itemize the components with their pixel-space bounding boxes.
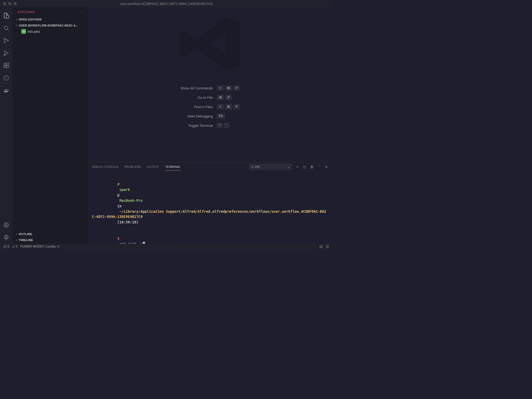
keycap: F5 <box>217 114 225 119</box>
search-activity-icon[interactable] <box>0 22 12 34</box>
term-path: ~/Library/Application Support/Alfred/Alf… <box>92 209 326 219</box>
svg-point-14 <box>5 237 7 238</box>
terminal-selector[interactable]: 1: zsh ⌄ <box>249 164 292 170</box>
term-at: @ <box>117 193 119 197</box>
outline-label: OUTLINE <box>19 232 32 236</box>
keycap: P <box>225 95 232 100</box>
svg-rect-0 <box>6 15 9 18</box>
power-mode-label: POWER MODE!!! Combo: 3 <box>20 245 59 248</box>
status-feedback-icon[interactable] <box>318 245 324 248</box>
run-debug-activity-icon[interactable] <box>0 47 12 59</box>
file-row-info-plist[interactable]: </> info.plist <box>12 28 88 35</box>
keycap: ⌘ <box>225 104 232 109</box>
error-count: 0 <box>8 245 9 248</box>
maximize-window-button[interactable] <box>14 2 17 5</box>
settings-gear-icon[interactable] <box>0 231 12 244</box>
timeline-label: TIMELINE <box>19 238 33 242</box>
welcome-editor: Show All Commands⇧⌘PGo to File⌘PFind in … <box>88 7 332 162</box>
svg-rect-8 <box>4 66 6 68</box>
status-bell-icon[interactable] <box>324 245 330 248</box>
status-bar: ⓧ 0 ⚠ 0 POWER MODE!!! Combo: 3 <box>0 244 332 249</box>
workspace-label: USER.WORKFLOW.4CDBF8AC-B62C-4... <box>19 24 78 27</box>
outline-section[interactable]: › OUTLINE <box>12 231 88 237</box>
explorer-activity-icon[interactable] <box>0 9 12 22</box>
split-terminal-icon[interactable]: ◫ <box>302 165 307 169</box>
keycap: ^ <box>217 123 223 128</box>
status-errors[interactable]: ⓧ 0 <box>2 244 11 249</box>
titlebar: user.workflow.4CDBF8AC-B62C-4EF2-899A-13… <box>0 0 332 7</box>
keycap: ⌘ <box>225 85 232 91</box>
svg-rect-9 <box>6 66 9 68</box>
svg-point-1 <box>4 26 8 30</box>
sidebar-more-icon[interactable]: ··· <box>79 10 84 14</box>
term-prompt: $ <box>117 236 119 241</box>
shortcut-label: Find in Files <box>181 105 213 109</box>
sidebar-title: EXPLORER <box>18 10 35 14</box>
svg-line-2 <box>7 29 9 30</box>
workspace-section[interactable]: › USER.WORKFLOW.4CDBF8AC-B62C-4... <box>12 22 88 28</box>
shortcut-keys: ^` <box>217 123 240 128</box>
open-editors-section[interactable]: › OPEN EDITORS <box>12 16 88 22</box>
keycap: ⇧ <box>217 85 224 91</box>
shortcut-keys: ⌘P <box>217 95 240 100</box>
bottom-panel: DEBUG CONSOLE PROBLEMS OUTPUT TERMINAL 1… <box>88 162 332 244</box>
status-power-mode[interactable]: POWER MODE!!! Combo: 3 <box>19 245 60 248</box>
file-name: info.plist <box>28 30 40 34</box>
error-icon: ⓧ <box>3 244 6 249</box>
docker-activity-icon[interactable] <box>0 84 12 97</box>
source-control-activity-icon[interactable] <box>0 34 12 47</box>
terminal-body[interactable]: # spark @ MacBook-Pro in ~/Library/Appli… <box>88 171 332 244</box>
shortcut-keys: ⇧⌘F <box>217 104 240 109</box>
extensions-activity-icon[interactable] <box>0 59 12 72</box>
chevron-down-icon: ⌄ <box>287 165 290 169</box>
panel-tab-debug-console[interactable]: DEBUG CONSOLE <box>92 163 118 170</box>
keycap: ⌘ <box>217 95 224 100</box>
svg-rect-10 <box>7 63 9 65</box>
shortcut-keys: F5 <box>217 114 240 119</box>
terminal-cursor <box>143 242 145 244</box>
term-user: spark <box>117 188 132 192</box>
svg-point-3 <box>4 38 5 40</box>
status-warnings[interactable]: ⚠ 0 <box>11 245 19 248</box>
chevron-right-icon: › <box>15 17 19 21</box>
svg-point-16 <box>321 246 321 246</box>
panel-tab-terminal[interactable]: TERMINAL <box>165 163 181 171</box>
kill-terminal-icon[interactable]: 🗑 <box>310 165 314 169</box>
new-terminal-icon[interactable]: ＋ <box>295 164 299 169</box>
vscode-logo-icon <box>176 10 244 78</box>
keycap: F <box>234 104 240 109</box>
shortcut-label: Start Debugging <box>181 114 213 118</box>
svg-point-13 <box>5 224 7 225</box>
term-hash: # <box>117 182 119 186</box>
chevron-right-icon: › <box>15 232 19 236</box>
minimize-window-button[interactable] <box>8 2 11 5</box>
shortcut-label: Go to File <box>181 96 213 99</box>
timeline-activity-icon[interactable] <box>0 72 12 84</box>
window-title: user.workflow.4CDBF8AC-B62C-4EF2-899A-13… <box>120 2 212 6</box>
svg-point-15 <box>320 245 323 248</box>
shortcut-label: Toggle Terminal <box>181 124 213 128</box>
close-window-button[interactable] <box>3 2 6 5</box>
svg-rect-7 <box>4 63 6 65</box>
keycap: ` <box>224 123 229 128</box>
warning-count: 0 <box>16 245 18 248</box>
panel-tab-problems[interactable]: PROBLEMS <box>124 163 141 170</box>
chevron-down-icon: › <box>15 23 19 28</box>
maximize-panel-icon[interactable]: ˄ <box>317 165 321 169</box>
panel-tab-output[interactable]: OUTPUT <box>147 163 159 170</box>
timeline-section[interactable]: › TIMELINE <box>12 237 88 243</box>
chevron-right-icon: › <box>15 238 19 242</box>
shortcut-label: Show All Commands <box>181 86 213 90</box>
svg-point-17 <box>321 246 322 246</box>
keycap: ⇧ <box>217 104 224 109</box>
warning-icon: ⚠ <box>12 245 15 248</box>
term-host: MacBook-Pro <box>117 198 145 203</box>
terminal-selector-label: 1: zsh <box>251 165 260 169</box>
term-time: [16:56:16] <box>117 220 138 224</box>
close-panel-icon[interactable]: ✕ <box>324 165 328 169</box>
explorer-sidebar: EXPLORER ··· › OPEN EDITORS › USER.WORKF… <box>12 7 88 244</box>
plist-file-icon: </> <box>21 29 26 34</box>
keycap: P <box>234 85 240 91</box>
open-editors-label: OPEN EDITORS <box>19 18 42 21</box>
accounts-icon[interactable] <box>0 219 12 231</box>
